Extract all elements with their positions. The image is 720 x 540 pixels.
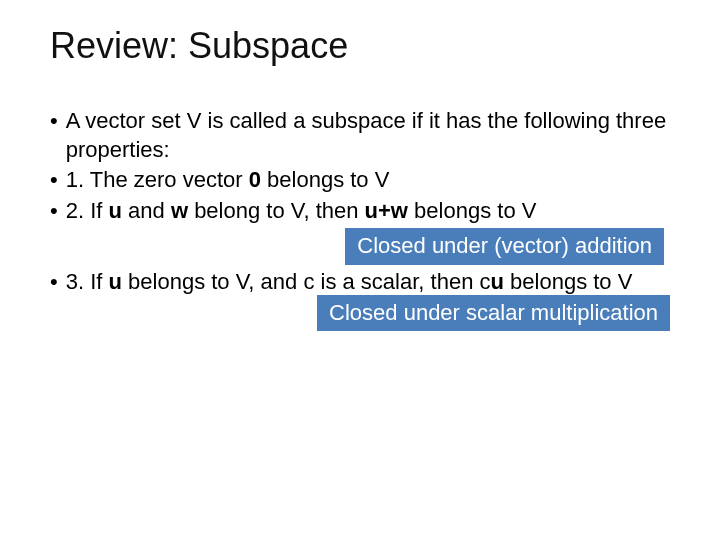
bullet-text: A vector set V is called a subspace if i… [66,107,670,164]
text-part: belong to V, then [188,198,365,223]
text-part: belongs to V [261,167,389,192]
bold-zero: 0 [249,167,261,192]
bullet-text: 3. If u belongs to V, and c is a scalar,… [66,268,670,297]
bullet-text: 1. The zero vector 0 belongs to V [66,166,670,195]
bold-w: w [171,198,188,223]
bold-u2: u [491,269,504,294]
text-part: belongs to V, and c is a scalar, then c [122,269,491,294]
bullet-text: 2. If u and w belong to V, then u+w belo… [66,197,670,226]
text-part: belongs to V [504,269,632,294]
text-part: 3. If [66,269,109,294]
callout-row-scalar: Closed under scalar multiplication [50,299,670,332]
text-part: belongs to V [408,198,536,223]
callout-row-addition: Closed under (vector) addition [50,228,670,265]
callout-addition: Closed under (vector) addition [345,228,664,265]
slide-container: Review: Subspace • A vector set V is cal… [0,0,720,331]
bold-u: u [109,269,122,294]
bullet-marker: • [50,268,58,297]
callout-scalar: Closed under scalar multiplication [317,295,670,332]
text-part: 2. If [66,198,109,223]
bullet-intro: • A vector set V is called a subspace if… [50,107,670,164]
bold-u: u [109,198,122,223]
bullet-marker: • [50,166,58,195]
bullet-marker: • [50,107,58,164]
text-part: 1. The zero vector [66,167,249,192]
slide-content: • A vector set V is called a subspace if… [50,107,670,331]
bullet-item-3: • 3. If u belongs to V, and c is a scala… [50,268,670,297]
slide-title: Review: Subspace [50,25,670,67]
bold-uw: u+w [365,198,408,223]
text-part: and [122,198,171,223]
bullet-item-2: • 2. If u and w belong to V, then u+w be… [50,197,670,226]
bullet-marker: • [50,197,58,226]
bullet-item-1: • 1. The zero vector 0 belongs to V [50,166,670,195]
